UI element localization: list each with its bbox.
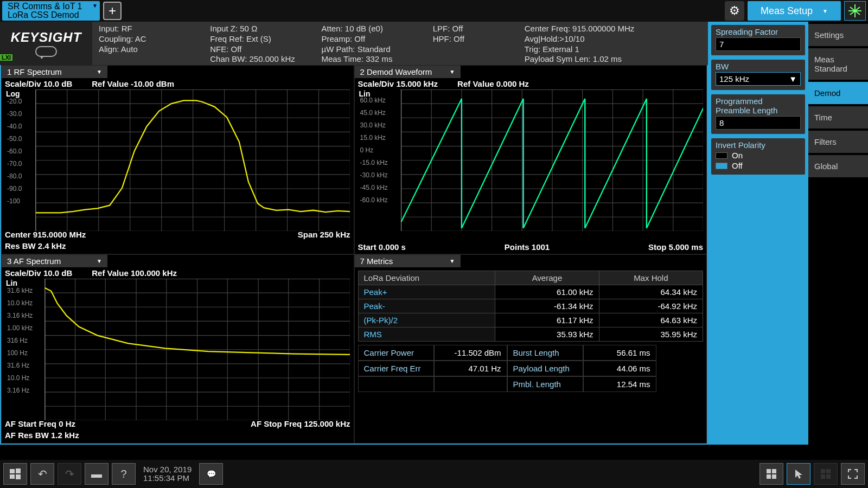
brand-logo: KEYSIGHT: [0, 22, 92, 65]
mode-tab[interactable]: SR Comms & IoT 1 LoRa CSS Demod ▼: [2, 1, 100, 21]
panel-rf-spectrum[interactable]: 1 RF Spectrum▼ Scale/Div 10.0 dBRef Valu…: [1, 65, 354, 254]
svg-rect-81: [821, 469, 825, 473]
speech-bubble-icon: [35, 46, 57, 57]
info-col-1: Input: RFCoupling: ACAlign: Auto: [92, 22, 203, 65]
chevron-down-icon: ▼: [92, 3, 98, 9]
meas-setup-button[interactable]: Meas Setup ▼: [748, 1, 841, 21]
lxi-badge: LXI: [0, 54, 12, 61]
panel3-selector[interactable]: 3 AF Spectrum▼: [2, 255, 107, 267]
meas-setup-sidebar: Spreading Factor 7 BW 125 kHz▼ Programme…: [708, 22, 808, 445]
svg-line-3: [855, 11, 860, 15]
svg-rect-72: [10, 469, 15, 473]
layout-button-1[interactable]: [760, 463, 783, 485]
svg-rect-73: [16, 468, 21, 473]
info-col-2: Input Z: 50 ΩFreq Ref: Ext (S)NFE: OffCh…: [203, 22, 315, 65]
metrics-table: LoRa DeviationAverageMax Hold Peak+61.00…: [358, 271, 704, 342]
panel-metrics[interactable]: 7 Metrics▼ LoRa DeviationAverageMax Hold…: [354, 254, 707, 444]
windows-button[interactable]: [3, 463, 27, 485]
svg-rect-84: [826, 474, 831, 479]
sub-metrics: Carrier Power-11.502 dBmBurst Length56.6…: [358, 345, 704, 392]
svg-rect-76: [767, 469, 771, 473]
chevron-down-icon: ▼: [789, 74, 797, 84]
svg-rect-75: [16, 474, 21, 479]
invert-off-option[interactable]: Off: [716, 161, 801, 170]
mode-line2: LoRa CSS Demod: [8, 11, 94, 20]
info-col-4: LPF: OffHPF: Off: [426, 22, 518, 65]
bottom-toolbar: ↶ ↷ ▬ ? Nov 20, 201911:55:34 PM 💬: [0, 460, 868, 488]
add-tab-button[interactable]: +: [103, 2, 122, 20]
mode-line1: SR Comms & IoT 1: [8, 2, 94, 11]
bw-group[interactable]: BW 125 kHz▼: [711, 60, 805, 90]
run-continuous-button[interactable]: [844, 1, 866, 21]
undo-button[interactable]: ↶: [30, 463, 54, 485]
panel-demod-waveform[interactable]: 2 Demod Waveform▼ Scale/Div 15.000 kHzRe…: [354, 65, 707, 254]
help-button[interactable]: ?: [112, 463, 136, 485]
info-col-3: Atten: 10 dB (e0)Preamp: OffµW Path: Sta…: [315, 22, 426, 65]
chevron-down-icon: ▼: [822, 8, 828, 14]
invert-on-option[interactable]: On: [716, 151, 801, 160]
svg-rect-82: [826, 469, 831, 473]
tab-global[interactable]: Global: [808, 155, 868, 177]
gear-icon: ⚙: [729, 4, 740, 18]
svg-marker-80: [795, 470, 802, 479]
svg-rect-79: [772, 474, 776, 479]
panel4-selector[interactable]: 7 Metrics▼: [355, 255, 461, 267]
layout-button-2[interactable]: [814, 463, 838, 485]
panel1-selector[interactable]: 1 RF Spectrum▼: [2, 66, 107, 78]
panel-af-spectrum[interactable]: 3 AF Spectrum▼ Scale/Div 10.0 dBRef Valu…: [1, 254, 354, 444]
bw-select[interactable]: 125 kHz▼: [716, 72, 801, 86]
info-col-5: Center Freq: 915.000000 MHzAvg|Hold:>10/…: [518, 22, 708, 65]
svg-rect-74: [10, 474, 15, 479]
svg-line-1: [855, 7, 860, 11]
side-tabs: SettingsMeas StandardDemodTimeFiltersGlo…: [808, 22, 868, 445]
fullscreen-button[interactable]: [841, 463, 865, 485]
rf-spectrum-plot[interactable]: Log -20.0-30.0-40.0-50.0-60.0-70.0-80.0-…: [5, 89, 350, 229]
status-bar: KEYSIGHT Input: RFCoupling: ACAlign: Aut…: [0, 22, 708, 65]
svg-rect-83: [821, 474, 825, 479]
spreading-factor-input[interactable]: 7: [716, 37, 801, 51]
preamble-group[interactable]: Programmed Preamble Length 8: [711, 94, 805, 134]
folder-button[interactable]: ▬: [85, 463, 108, 485]
af-spectrum-plot[interactable]: Lin 31.6 kHz10.0 kHz3.16 kHz1.00 kHz316 …: [5, 279, 350, 418]
datetime: Nov 20, 201911:55:34 PM: [139, 465, 196, 483]
cursor-button[interactable]: [787, 463, 810, 485]
settings-gear-button[interactable]: ⚙: [725, 1, 744, 21]
preamble-length-input[interactable]: 8: [716, 116, 801, 130]
svg-line-5: [850, 11, 855, 15]
tab-filters[interactable]: Filters: [808, 131, 868, 153]
tab-demod[interactable]: Demod: [808, 82, 868, 104]
tab-time[interactable]: Time: [808, 106, 868, 129]
svg-rect-78: [767, 474, 771, 479]
tab-meas-standard[interactable]: Meas Standard: [808, 48, 868, 80]
demod-waveform-plot[interactable]: Lin 60.0 kHz45.0 kHz30.0 kHz15.0 kHz0 Hz…: [358, 89, 704, 241]
svg-line-7: [850, 7, 855, 11]
invert-polarity-group[interactable]: Invert Polarity On Off: [711, 138, 805, 175]
spreading-factor-group[interactable]: Spreading Factor 7: [711, 25, 805, 55]
svg-rect-77: [772, 469, 776, 473]
tab-settings[interactable]: Settings: [808, 24, 868, 46]
chat-button[interactable]: 💬: [199, 463, 223, 485]
panel2-selector[interactable]: 2 Demod Waveform▼: [355, 66, 461, 78]
redo-button[interactable]: ↷: [58, 463, 81, 485]
